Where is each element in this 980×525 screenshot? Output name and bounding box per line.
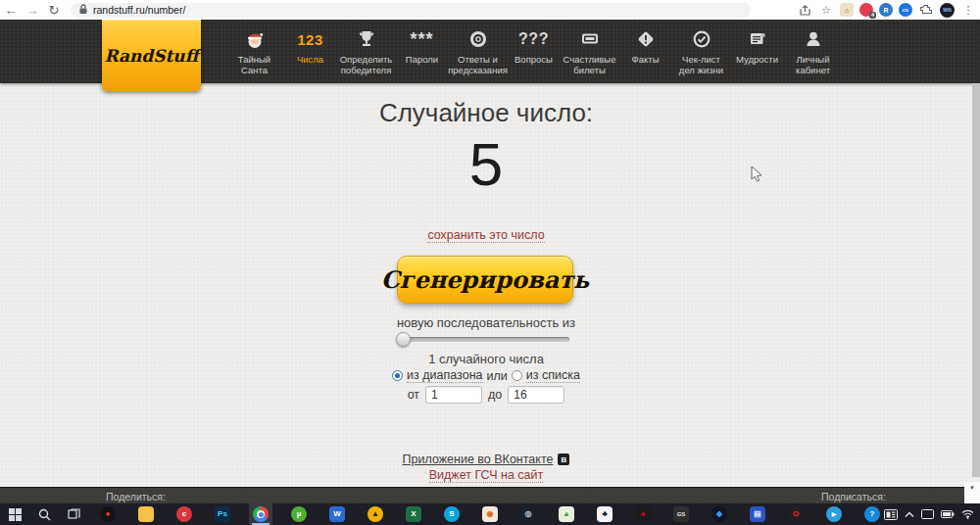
- system-tray: ENG 17:47 07.12.2021 12: [884, 505, 980, 524]
- count-slider[interactable]: [399, 337, 569, 342]
- nav-label: Счастливые билеты: [562, 54, 617, 76]
- profile-avatar[interactable]: WIN: [940, 3, 955, 18]
- wifi-icon[interactable]: [961, 509, 974, 519]
- tray-chevron-icon[interactable]: [905, 511, 914, 518]
- nav-label: Факты: [632, 54, 660, 65]
- nav-label: Личный кабинет: [785, 54, 841, 76]
- range-from-input[interactable]: [425, 386, 482, 404]
- slider-handle[interactable]: [396, 332, 411, 347]
- taskbar-app-opera[interactable]: O: [784, 503, 808, 525]
- taskbar-app-pokerstars[interactable]: ♠: [631, 503, 655, 525]
- nav-item-secret-santa[interactable]: Тайный Санта: [226, 20, 282, 83]
- page-title: Случайное число:: [0, 98, 972, 128]
- browser-forward-button[interactable]: →: [22, 1, 43, 19]
- generate-button[interactable]: Сгенерировать: [397, 256, 573, 304]
- asterisks-icon: ***: [410, 29, 433, 50]
- save-number-link[interactable]: сохранить это число: [427, 228, 544, 243]
- vk-icon[interactable]: B: [558, 453, 569, 465]
- taskbar-app-ccleaner[interactable]: c: [172, 503, 196, 525]
- nav-item-passwords[interactable]: *** Пароли: [394, 20, 450, 83]
- nav-item-wisdom[interactable]: Мудрости: [729, 20, 785, 83]
- checklist-seal-icon: [691, 26, 712, 52]
- chrome-icon: [253, 506, 269, 522]
- nav-item-answers[interactable]: Ответы и предсказания: [450, 20, 506, 83]
- share-label: Поделиться:: [106, 491, 166, 502]
- nav-label: Тайный Санта: [226, 54, 282, 76]
- site-navigation: RandStuff Тайный Санта 123 Числа Определ…: [0, 20, 980, 83]
- extension-blue-icon[interactable]: R: [879, 3, 893, 17]
- url-text[interactable]: randstuff.ru/number/: [93, 4, 185, 16]
- taskbar-app-screen-recorder[interactable]: ●: [96, 503, 120, 525]
- taskbar-app-eye[interactable]: ◉: [478, 503, 502, 525]
- nav-item-questions[interactable]: ??? Вопросы: [506, 20, 562, 83]
- vk-app-link[interactable]: Приложение во ВКонтакте: [403, 453, 554, 466]
- bookmark-star-icon[interactable]: ☆: [818, 2, 834, 18]
- nav-item-account[interactable]: Личный кабинет: [785, 20, 841, 83]
- battery-icon[interactable]: [941, 510, 955, 518]
- nav-item-checklist[interactable]: Чек-лист дел жизни: [673, 20, 729, 83]
- taskbar-app-kmp[interactable]: ▤: [746, 503, 769, 525]
- taskbar-app-word[interactable]: W: [325, 503, 349, 525]
- browser-menu-icon[interactable]: ⋮: [960, 2, 976, 18]
- taskbar-app-skype[interactable]: S: [440, 503, 464, 525]
- taskbar-app-dark-blue[interactable]: ◆: [708, 503, 731, 525]
- widget-link[interactable]: Виджет ГСЧ на сайт: [429, 468, 544, 483]
- fact-diamond-icon: [635, 26, 657, 52]
- range-to-input[interactable]: [508, 386, 564, 404]
- nav-item-facts[interactable]: Факты: [617, 20, 673, 83]
- taskbar-app-telegram[interactable]: ▶: [822, 503, 846, 525]
- browser-back-button[interactable]: ←: [0, 1, 22, 19]
- site-logo[interactable]: RandStuff: [102, 20, 201, 91]
- lock-icon: [78, 1, 88, 19]
- taskbar-app-photos[interactable]: ▲: [555, 503, 578, 525]
- radio-from-range[interactable]: [392, 370, 403, 381]
- radio-from-list[interactable]: [512, 370, 522, 381]
- scroll-icon: [747, 26, 768, 52]
- subscribe-label: Подписаться:: [821, 491, 886, 502]
- share-icon[interactable]: [797, 2, 812, 18]
- taskbar-app-avg[interactable]: ▲: [364, 503, 387, 525]
- taskbar-app-utorrent[interactable]: µ: [287, 503, 311, 525]
- windows-taskbar: ● c Ps µ W ▲ X S ◉ ◎ ▲ ♣ ♠ GS ◆ ▤ O ▶ ?: [0, 503, 980, 525]
- from-label: от: [408, 388, 419, 402]
- taskbar-app-steam[interactable]: ◎: [516, 503, 540, 525]
- address-bar[interactable]: randstuff.ru/number/: [71, 3, 751, 18]
- nav-item-numbers[interactable]: 123 Числа: [282, 20, 338, 83]
- santa-icon: [244, 26, 266, 52]
- count-label: 1 случайного числа: [0, 352, 972, 366]
- taskbar-app-chrome[interactable]: [249, 503, 272, 525]
- browser-reload-button[interactable]: ↻: [43, 1, 65, 19]
- nav-item-pick-winner[interactable]: Определить победителя: [338, 20, 394, 83]
- extensions-puzzle-icon[interactable]: [918, 2, 934, 18]
- sequence-label: новую последовательность из: [0, 315, 972, 330]
- share-bar: Поделиться: Подписаться:: [0, 487, 980, 503]
- tablet-icon[interactable]: [921, 509, 934, 519]
- nav-label: Мудрости: [736, 54, 778, 65]
- from-list-label[interactable]: из списка: [526, 368, 580, 383]
- main-content: Случайное число: 5 сохранить это число С…: [0, 83, 980, 487]
- search-icon[interactable]: [29, 503, 59, 525]
- generate-button-label: Сгенерировать: [381, 265, 590, 294]
- from-range-label[interactable]: из диапазона: [407, 368, 482, 383]
- start-button[interactable]: [0, 503, 29, 525]
- taskbar-app-file-explorer[interactable]: [134, 503, 158, 525]
- task-view-icon[interactable]: [59, 503, 88, 525]
- nav-label: Пароли: [406, 54, 438, 65]
- nav-menu: Тайный Санта 123 Числа Определить победи…: [226, 20, 841, 83]
- extension-co-icon[interactable]: co: [899, 3, 912, 17]
- taskbar-app-gg[interactable]: GS: [669, 503, 693, 525]
- taskbar-app-photoshop[interactable]: Ps: [211, 503, 234, 525]
- extension-red-icon[interactable]: 4: [859, 3, 873, 17]
- extension-house-icon[interactable]: ⌂: [840, 3, 854, 17]
- questions-icon: ???: [518, 30, 549, 48]
- nav-label: Чек-лист дел жизни: [673, 54, 729, 76]
- vertical-scrollbar[interactable]: [972, 83, 980, 503]
- nav-item-lucky-tickets[interactable]: Счастливые билеты: [562, 20, 617, 83]
- taskbar-app-help[interactable]: ?: [860, 503, 884, 525]
- taskbar-app-excel[interactable]: X: [402, 503, 425, 525]
- nav-label: Числа: [297, 54, 323, 65]
- news-widget-icon[interactable]: [884, 509, 898, 520]
- scrollbar-down-arrow[interactable]: ▼: [964, 482, 980, 503]
- scrollbar-thumb[interactable]: [972, 83, 980, 477]
- taskbar-app-poker-club[interactable]: ♣: [593, 503, 616, 525]
